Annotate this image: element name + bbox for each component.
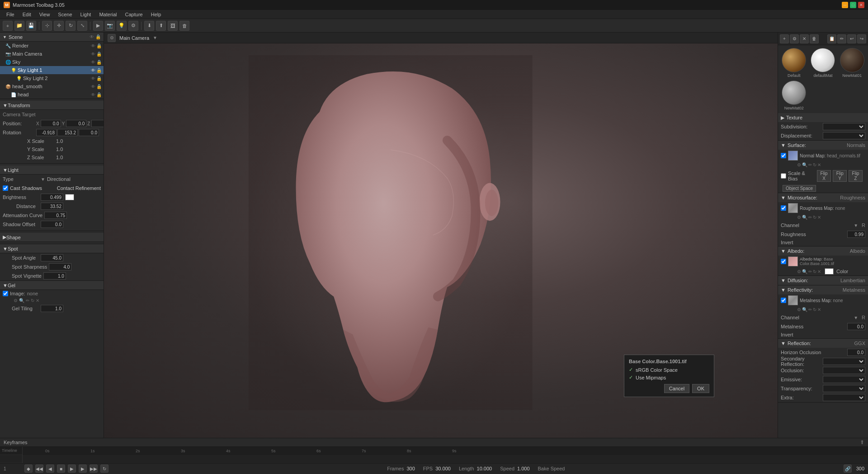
surface-header[interactable]: ▼ Surface: Normals bbox=[778, 141, 868, 150]
scene-header[interactable]: ▼ Scene 👁 🔒 bbox=[0, 33, 104, 42]
tc-next-frame[interactable]: ▶ bbox=[79, 465, 87, 473]
close-button[interactable]: ✕ bbox=[858, 2, 864, 8]
mm-search-icon[interactable]: 🔍 bbox=[802, 307, 807, 312]
tree-vis-camera[interactable]: 👁 bbox=[91, 52, 95, 57]
gel-image-checkbox[interactable] bbox=[3, 291, 8, 296]
tree-vis-head[interactable]: 👁 bbox=[91, 92, 95, 97]
tc-key-btn[interactable]: ◆ bbox=[24, 465, 33, 473]
extra-select[interactable] bbox=[823, 394, 866, 401]
tree-vis-headsmooth[interactable]: 👁 bbox=[91, 84, 95, 89]
am-search-icon[interactable]: 🔍 bbox=[802, 269, 807, 274]
rtb-delete[interactable]: 🗑 bbox=[810, 34, 819, 43]
tooltip-cancel-button[interactable]: Cancel bbox=[664, 384, 689, 393]
rm-refresh-icon[interactable]: ↻ bbox=[813, 215, 816, 220]
reflectivity-invert-row[interactable]: Invert bbox=[778, 331, 868, 338]
toolbar-save[interactable]: 💾 bbox=[26, 21, 36, 31]
tc-prev-frame[interactable]: ◀ bbox=[46, 465, 54, 473]
mat-item-newmat01[interactable]: NewMat01 bbox=[838, 47, 866, 79]
nm-refresh-icon[interactable]: ↻ bbox=[813, 162, 816, 167]
scene-vis-icon[interactable]: 👁 bbox=[90, 34, 94, 39]
position-y[interactable] bbox=[66, 120, 86, 127]
tree-lock-sky[interactable]: 🔒 bbox=[96, 60, 102, 65]
spot-header[interactable]: ▼ Spot bbox=[0, 244, 104, 253]
am-edit-icon[interactable]: ✏ bbox=[808, 269, 812, 274]
flipz-button[interactable]: Flip Z bbox=[849, 170, 863, 182]
tree-item-skylight1[interactable]: 💡 Sky Light 1 👁 🔒 bbox=[0, 66, 104, 74]
spot-angle-input[interactable] bbox=[41, 254, 63, 261]
spot-vignette-input[interactable] bbox=[43, 272, 66, 280]
roughness-input[interactable] bbox=[847, 231, 865, 238]
viewport[interactable]: ⚙ Main Camera ▼ bbox=[104, 33, 778, 438]
rtb-extra3[interactable]: ↩ bbox=[847, 34, 856, 43]
distance-input[interactable] bbox=[41, 203, 63, 210]
mm-close-icon[interactable]: ✕ bbox=[817, 307, 821, 312]
toolbar-open[interactable]: 📁 bbox=[14, 21, 24, 31]
nm-edit-icon[interactable]: ✏ bbox=[808, 162, 812, 167]
tree-lock-headsmooth[interactable]: 🔒 bbox=[96, 84, 102, 89]
mat-item-newmat02[interactable]: NewMat02 bbox=[780, 80, 808, 111]
emissive-select[interactable] bbox=[823, 376, 866, 383]
menu-file[interactable]: File bbox=[3, 11, 18, 18]
secondary-reflection-select[interactable] bbox=[823, 358, 866, 365]
tc-prev-key[interactable]: ◀◀ bbox=[35, 465, 43, 473]
gel-refresh-icon[interactable]: ↻ bbox=[31, 298, 34, 303]
subdivision-select[interactable] bbox=[823, 123, 866, 130]
gel-header[interactable]: ▼ Gel bbox=[0, 281, 104, 290]
diffusion-header[interactable]: ▼ Diffusion: Lambertian bbox=[778, 276, 868, 285]
am-refresh-icon[interactable]: ↻ bbox=[813, 269, 816, 274]
scene-lock-icon[interactable]: 🔒 bbox=[95, 34, 101, 39]
rotation-y[interactable] bbox=[57, 129, 78, 136]
toolbar-scale[interactable]: ⤡ bbox=[77, 21, 87, 31]
viewport-settings-icon[interactable]: ⚙ bbox=[108, 34, 116, 42]
minimize-button[interactable]: ─ bbox=[842, 2, 848, 8]
toolbar-rotate[interactable]: ↻ bbox=[66, 21, 75, 31]
rtb-extra1[interactable]: 📋 bbox=[827, 34, 836, 43]
toolbar-screenshot[interactable]: 🖼 bbox=[168, 21, 178, 31]
tree-vis-render[interactable]: 👁 bbox=[91, 43, 95, 48]
tc-chain-btn[interactable]: 🔗 bbox=[844, 465, 852, 473]
mat-item-defaultmat[interactable]: defaultMat bbox=[809, 47, 837, 79]
menu-scene[interactable]: Scene bbox=[54, 11, 75, 18]
gel-edit-icon[interactable]: ✏ bbox=[26, 298, 29, 303]
tooltip-ok-button[interactable]: OK bbox=[692, 384, 709, 393]
tree-item-sky[interactable]: 🌐 Sky 👁 🔒 bbox=[0, 58, 104, 66]
mat-item-default[interactable]: Default bbox=[780, 47, 808, 79]
metalness-input[interactable] bbox=[847, 323, 865, 330]
mm-refresh-icon[interactable]: ↻ bbox=[813, 307, 816, 312]
tree-lock-head[interactable]: 🔒 bbox=[96, 92, 102, 97]
reflectivity-header[interactable]: ▼ Reflectivity: Metalness bbox=[778, 285, 868, 294]
metalnessmap-checkbox[interactable] bbox=[781, 298, 786, 303]
tree-vis-skylight2[interactable]: 👁 bbox=[91, 76, 95, 81]
transform-header[interactable]: ▼ Transform bbox=[0, 101, 104, 110]
timeline-expand-icon[interactable]: ⬆ bbox=[860, 439, 864, 446]
rm-settings-icon[interactable]: ⚙ bbox=[797, 215, 801, 220]
scalebias-checkbox[interactable] bbox=[781, 173, 786, 179]
tree-vis-sky[interactable]: 👁 bbox=[91, 60, 95, 65]
displacement-select[interactable] bbox=[823, 132, 866, 139]
transparency-select[interactable] bbox=[823, 385, 866, 392]
shadow-offset-input[interactable] bbox=[41, 221, 63, 228]
toolbar-camera[interactable]: 📷 bbox=[105, 21, 115, 31]
tree-lock-skylight1[interactable]: 🔒 bbox=[96, 68, 102, 73]
gel-tiling-input[interactable] bbox=[41, 305, 63, 312]
rm-search-icon[interactable]: 🔍 bbox=[802, 215, 807, 220]
toolbar-delete[interactable]: 🗑 bbox=[179, 21, 189, 31]
flipy-button[interactable]: Flip Y bbox=[833, 170, 847, 182]
roughnessmap-checkbox[interactable] bbox=[781, 205, 786, 211]
mm-edit-icon[interactable]: ✏ bbox=[808, 307, 812, 312]
tc-play[interactable]: ▶ bbox=[68, 465, 76, 473]
texture-header[interactable]: ▶ Texture bbox=[778, 113, 868, 122]
tree-item-head[interactable]: 📄 head 👁 🔒 bbox=[0, 90, 104, 99]
toolbar-settings[interactable]: ⚙ bbox=[128, 21, 138, 31]
occlusion-select[interactable] bbox=[823, 367, 866, 374]
nm-settings-icon[interactable]: ⚙ bbox=[797, 162, 801, 167]
rtb-extra2[interactable]: ✏ bbox=[837, 34, 846, 43]
tree-vis-skylight1[interactable]: 👁 bbox=[91, 68, 95, 73]
albedo-color-swatch[interactable] bbox=[825, 268, 834, 275]
menu-light[interactable]: Light bbox=[77, 11, 95, 18]
rtb-extra4[interactable]: ↪ bbox=[857, 34, 866, 43]
flipx-button[interactable]: Flip X bbox=[817, 170, 831, 182]
tree-item-camera[interactable]: 📷 Main Camera 👁 🔒 bbox=[0, 50, 104, 58]
toolbar-light[interactable]: 💡 bbox=[117, 21, 127, 31]
objectspace-button[interactable]: Object Space bbox=[783, 185, 816, 192]
